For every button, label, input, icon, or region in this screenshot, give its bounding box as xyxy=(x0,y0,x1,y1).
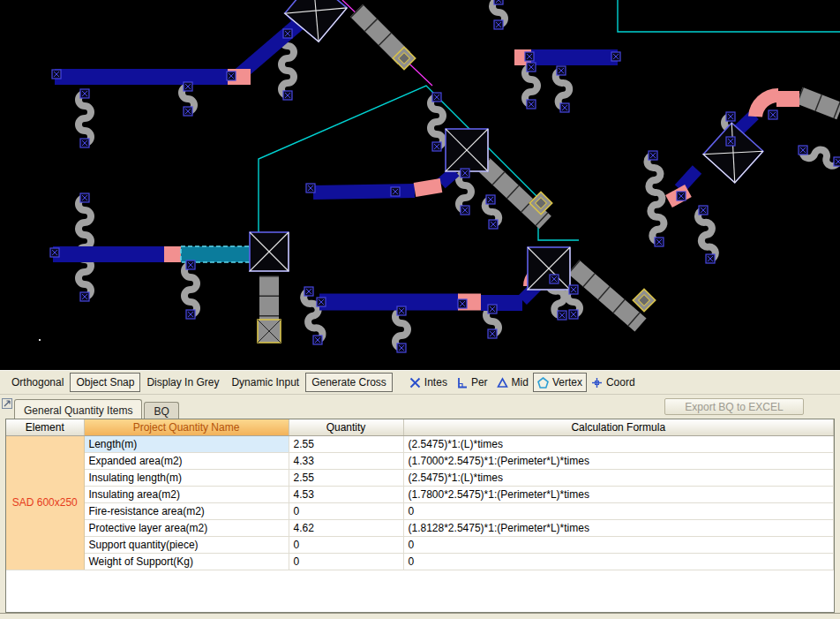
formula-cell[interactable]: (2.5475)*1:(L)*times xyxy=(403,469,834,486)
snap-label: Coord xyxy=(606,376,635,389)
vertex-snap-button[interactable]: Vertex xyxy=(533,373,587,392)
quantity-name-cell[interactable]: Fire-resistance area(m2) xyxy=(84,502,289,519)
quantity-value-cell[interactable]: 4.33 xyxy=(289,452,403,469)
formula-cell[interactable]: (1.7800*2.5475)*1:(Perimeter*L)*times xyxy=(403,486,834,502)
quantity-name-cell[interactable]: Insulating area(m2) xyxy=(84,486,289,502)
snap-label: Per xyxy=(471,376,488,389)
bottom-strip xyxy=(0,613,840,619)
tab-bq[interactable]: BQ xyxy=(144,402,178,419)
col-calculation-formula[interactable]: Calculation Formula xyxy=(403,419,834,435)
perpendicular-icon xyxy=(456,377,468,389)
table-row[interactable]: Protective layer area(m2)4.62(1.8128*2.5… xyxy=(6,519,834,536)
quantity-value-cell[interactable]: 0 xyxy=(289,553,403,570)
orthogonal-toggle[interactable]: Orthogonal xyxy=(5,373,70,392)
perpendicular-snap-button[interactable]: Per xyxy=(452,373,492,392)
generate-cross-toggle[interactable]: Generate Cross xyxy=(305,373,393,392)
snap-label: Vertex xyxy=(552,376,582,389)
app-window: Orthogonal Object Snap Display In Grey D… xyxy=(0,0,840,619)
coord-snap-button[interactable]: Coord xyxy=(587,373,640,392)
quantity-value-cell[interactable]: 0 xyxy=(289,536,403,553)
dynamic-input-toggle[interactable]: Dynamic Input xyxy=(225,373,305,392)
formula-cell[interactable]: (1.7000*2.5475)*1:(Perimeter*L)*times xyxy=(403,452,834,469)
tab-general-quantity-items[interactable]: General Quantity Items xyxy=(14,399,142,419)
collapse-panel-icon[interactable] xyxy=(2,398,12,409)
vertex-icon xyxy=(537,377,549,389)
quantity-name-cell[interactable]: Expanded area(m2) xyxy=(84,452,289,469)
col-project-quantity-name[interactable]: Project Quantity Name xyxy=(84,419,289,435)
quantity-value-cell[interactable]: 4.62 xyxy=(289,519,403,536)
table-row[interactable]: Insulating area(m2)4.53(1.7800*2.5475)*1… xyxy=(6,486,834,502)
snap-group: Intes Per Mid Vertex xyxy=(405,373,640,392)
col-quantity[interactable]: Quantity xyxy=(289,419,403,435)
coord-icon xyxy=(591,377,603,389)
toolbar: Orthogonal Object Snap Display In Grey D… xyxy=(0,370,840,395)
quantity-value-cell[interactable]: 2.55 xyxy=(289,435,403,452)
object-snap-toggle[interactable]: Object Snap xyxy=(70,373,140,392)
col-element[interactable]: Element xyxy=(6,419,84,435)
formula-cell[interactable]: (2.5475)*1:(L)*times xyxy=(403,435,834,452)
element-cell[interactable]: SAD 600x250 xyxy=(6,435,84,570)
quantity-name-cell[interactable]: Length(m) xyxy=(84,435,289,452)
table-row[interactable]: SAD 600x250Length(m)2.55(2.5475)*1:(L)*t… xyxy=(6,435,834,452)
display-in-grey-toggle[interactable]: Display In Grey xyxy=(140,373,225,392)
quantity-value-cell[interactable]: 0 xyxy=(289,502,403,519)
table-header-row: Element Project Quantity Name Quantity C… xyxy=(6,419,834,435)
formula-cell[interactable]: 0 xyxy=(403,502,834,519)
snap-label: Mid xyxy=(512,376,529,389)
quantity-name-cell[interactable]: Protective layer area(m2) xyxy=(84,519,289,536)
quantity-name-cell[interactable]: Insulating length(m) xyxy=(84,469,289,486)
quantity-name-cell[interactable]: Support quantity(piece) xyxy=(84,536,289,553)
export-bq-button[interactable]: Export BQ to EXCEL xyxy=(664,398,804,415)
intersection-snap-button[interactable]: Intes xyxy=(405,373,452,392)
table-row[interactable]: Insulating length(m)2.55(2.5475)*1:(L)*t… xyxy=(6,469,834,486)
cad-canvas[interactable] xyxy=(0,0,840,370)
table-row[interactable]: Support quantity(piece)00 xyxy=(6,536,834,553)
quantity-name-cell[interactable]: Weight of Support(Kg) xyxy=(84,553,289,570)
table-row[interactable]: Fire-resistance area(m2)00 xyxy=(6,502,834,519)
formula-cell[interactable]: 0 xyxy=(403,536,834,553)
midpoint-icon xyxy=(497,377,508,389)
formula-cell[interactable]: (1.8128*2.5475)*1:(Perimeter*L)*times xyxy=(403,519,834,536)
snap-label: Intes xyxy=(424,376,447,389)
formula-cell[interactable]: 0 xyxy=(403,553,834,570)
table-row[interactable]: Weight of Support(Kg)00 xyxy=(6,553,834,570)
midpoint-snap-button[interactable]: Mid xyxy=(492,373,533,392)
quantity-value-cell[interactable]: 2.55 xyxy=(289,469,403,486)
quantity-table: Element Project Quantity Name Quantity C… xyxy=(5,419,835,613)
quantity-value-cell[interactable]: 4.53 xyxy=(289,486,403,502)
table-row[interactable]: Expanded area(m2)4.33(1.7000*2.5475)*1:(… xyxy=(6,452,834,469)
panel-tabbar: General Quantity Items BQ Export BQ to E… xyxy=(0,395,840,419)
intersection-icon xyxy=(409,377,421,389)
